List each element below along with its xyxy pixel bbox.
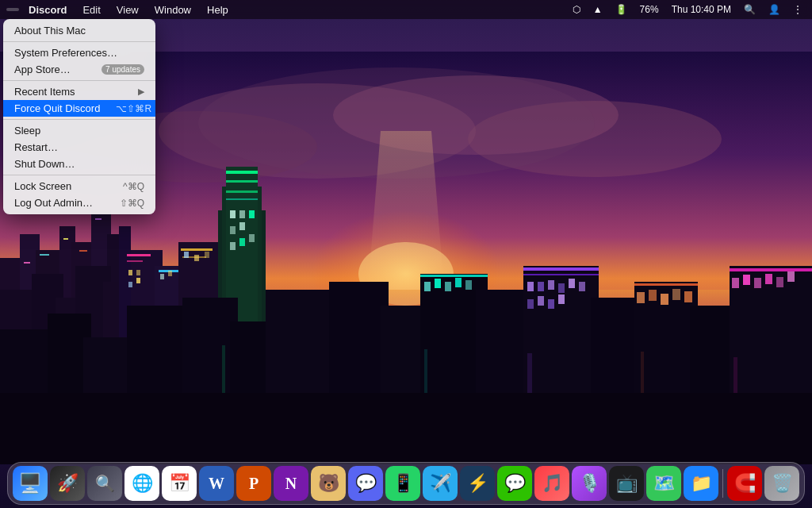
svg-rect-50 [226, 190, 258, 193]
svg-rect-55 [230, 226, 236, 234]
menu-separator-1 [3, 41, 155, 42]
svg-rect-84 [579, 282, 585, 291]
svg-marker-8 [368, 131, 444, 290]
dock-icon-word[interactable]: W [199, 466, 234, 501]
svg-rect-113 [0, 393, 812, 464]
svg-rect-95 [634, 283, 698, 286]
menu-separator-4 [3, 175, 155, 175]
dock-icon-appletv[interactable]: 📺 [609, 466, 644, 501]
svg-rect-18 [40, 254, 49, 256]
svg-rect-91 [435, 279, 441, 288]
battery-icon[interactable]: 🔋 [612, 2, 630, 17]
svg-rect-20 [79, 250, 87, 252]
dock-icon-podcasts[interactable]: 🎙️ [572, 466, 607, 501]
menu-item-system-prefs-label: System Preferences… [14, 47, 117, 59]
menu-item-shutdown[interactable]: Shut Down… [3, 156, 155, 172]
svg-rect-93 [455, 278, 462, 287]
dock-icon-maps[interactable]: 🗺️ [646, 466, 681, 501]
dock-icon-calendar[interactable]: 📅 [162, 466, 197, 501]
dock-icon-music[interactable]: 🎵 [534, 466, 569, 501]
svg-rect-100 [684, 291, 692, 302]
svg-rect-96 [637, 292, 645, 303]
view-menu[interactable]: View [110, 2, 145, 17]
svg-rect-36 [128, 270, 132, 275]
menu-item-about-label: About This Mac [14, 25, 86, 37]
edit-menu[interactable]: Edit [76, 2, 106, 17]
battery-percent: 76% [637, 2, 662, 17]
dock-icon-surge[interactable]: ⚡ [460, 466, 495, 501]
svg-rect-51 [226, 198, 258, 200]
svg-rect-48 [226, 171, 258, 174]
wifi-icon[interactable]: ▲ [590, 2, 606, 17]
app-name-menu[interactable]: Discord [22, 2, 73, 17]
menu-item-lock-screen[interactable]: Lock Screen ^⌘Q [3, 178, 155, 194]
menu-item-app-store[interactable]: App Store… 7 updates [3, 61, 155, 78]
svg-rect-103 [743, 275, 750, 285]
desktop: Discord Edit View Window Help ⬡ ▲ 🔋 76% … [0, 0, 812, 508]
apple-dropdown-menu: About This Mac System Preferences… App S… [3, 19, 155, 214]
dock-icon-spotlight[interactable]: 🔍 [87, 466, 122, 501]
svg-rect-40 [160, 274, 164, 279]
dock-icon-whatsapp[interactable]: 📱 [385, 466, 420, 501]
svg-rect-90 [424, 282, 431, 291]
datetime-display[interactable]: Thu 10:40 PM [668, 2, 734, 17]
menu-item-restart-label: Restart… [14, 141, 58, 153]
menu-separator-3 [3, 119, 155, 120]
svg-rect-88 [558, 294, 565, 304]
svg-rect-102 [732, 278, 739, 288]
dock-icon-launchpad[interactable]: 🚀 [50, 466, 85, 501]
svg-rect-39 [136, 278, 140, 283]
menu-item-force-quit[interactable]: Force Quit Discord ⌥⇧⌘R [3, 100, 155, 117]
dock-icon-magnet[interactable]: 🧲 [727, 466, 762, 501]
menu-item-system-prefs[interactable]: System Preferences… [3, 44, 155, 61]
dock-icon-powerpoint[interactable]: P [236, 466, 271, 501]
svg-rect-38 [128, 282, 132, 287]
svg-rect-101 [730, 268, 812, 271]
search-icon[interactable]: 🔍 [741, 2, 759, 17]
help-menu[interactable]: Help [201, 2, 235, 17]
svg-rect-59 [249, 234, 255, 242]
menu-separator-2 [3, 80, 155, 81]
dock-icon-telegram[interactable]: ✈️ [423, 466, 458, 501]
svg-rect-52 [230, 210, 236, 218]
svg-rect-78 [523, 274, 599, 275]
dock-icon-trash[interactable]: 🗑️ [764, 466, 799, 501]
svg-rect-42 [184, 252, 189, 258]
menu-item-app-store-label: App Store… [14, 64, 71, 75]
svg-rect-56 [239, 222, 245, 230]
svg-rect-32 [127, 260, 143, 262]
svg-rect-105 [765, 274, 772, 284]
dock-icon-chrome[interactable]: 🌐 [124, 466, 159, 501]
svg-rect-37 [136, 270, 140, 275]
svg-rect-79 [527, 282, 534, 291]
menu-item-restart[interactable]: Restart… [3, 139, 155, 156]
svg-rect-77 [523, 267, 599, 271]
control-center-icon[interactable]: ⋮ [790, 2, 806, 17]
svg-rect-31 [127, 254, 151, 256]
menu-item-sleep[interactable]: Sleep [3, 122, 155, 139]
svg-rect-44 [205, 252, 209, 258]
svg-rect-107 [787, 271, 795, 282]
menubar: Discord Edit View Window Help ⬡ ▲ 🔋 76% … [0, 0, 812, 19]
bluetooth-icon[interactable]: ⬡ [569, 2, 584, 17]
menu-item-force-quit-label: Force Quit Discord [14, 102, 100, 114]
dock-icon-bear[interactable]: 🐻 [311, 466, 346, 501]
svg-rect-83 [569, 279, 575, 288]
dock-icon-onenote[interactable]: N [274, 466, 308, 501]
dock-icon-discord[interactable]: 💬 [348, 466, 383, 501]
user-icon[interactable]: 👤 [765, 2, 783, 17]
dock-icon-wechat[interactable]: 💬 [497, 466, 532, 501]
force-quit-shortcut: ⌥⇧⌘R [116, 103, 151, 114]
dock-icon-finder[interactable]: 🖥️ [13, 466, 48, 501]
menu-item-recent-items[interactable]: Recent Items ▶ [3, 83, 155, 100]
svg-rect-34 [181, 248, 213, 251]
svg-rect-82 [558, 283, 565, 293]
dock-icon-files[interactable]: 📁 [684, 466, 718, 501]
menu-item-about[interactable]: About This Mac [3, 22, 155, 39]
recent-items-arrow: ▶ [138, 87, 144, 97]
apple-menu-trigger[interactable] [6, 8, 19, 11]
window-menu[interactable]: Window [148, 2, 197, 17]
dock: 🖥️ 🚀 🔍 🌐 📅 W P N 🐻 💬 📱 ✈️ ⚡ 💬 🎵 🎙️ 📺 [7, 462, 805, 505]
menu-item-sleep-label: Sleep [14, 125, 40, 137]
menu-item-logout[interactable]: Log Out Admin… ⇧⌘Q [3, 194, 155, 211]
